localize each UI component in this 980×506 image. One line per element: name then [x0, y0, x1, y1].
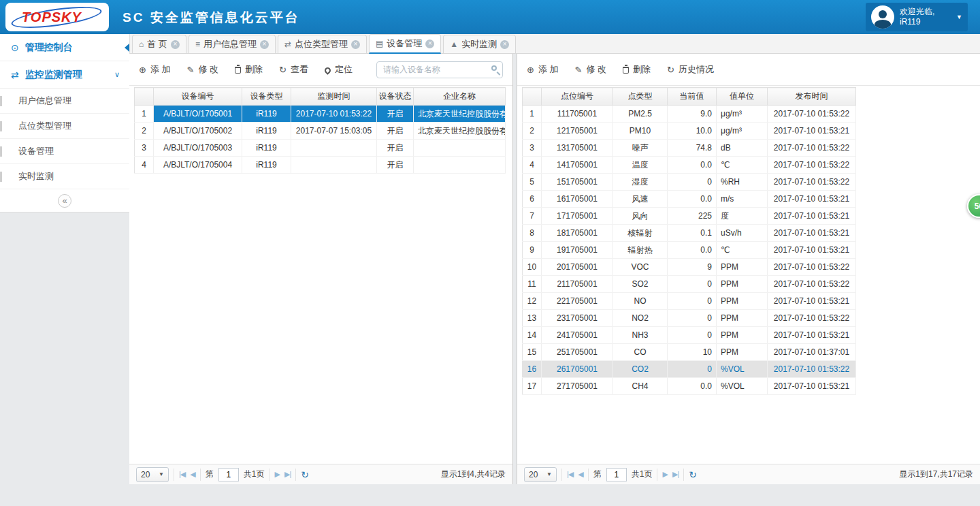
- table-row[interactable]: 16261705001CO20%VOL2017-07-10 01:53:22: [523, 361, 856, 378]
- divider: [200, 469, 201, 481]
- page-size-select[interactable]: 20 ▼: [136, 467, 169, 482]
- cell: 0: [668, 276, 717, 293]
- tabs-bar: ⌂ 首 页 × ≡ 用户信息管理 × ⇄ 点位类型管理 × ▤ 设备管理 × ▲…: [129, 34, 980, 54]
- logo-text: TOPSKY: [22, 10, 82, 25]
- welcome-line: 欢迎光临,: [900, 7, 934, 17]
- page-number-input[interactable]: [606, 468, 627, 481]
- column-header[interactable]: [135, 88, 154, 106]
- table-row[interactable]: 4141705001温度0.0℃2017-07-10 01:53:22: [523, 157, 856, 174]
- close-icon[interactable]: ×: [260, 40, 269, 49]
- column-header[interactable]: 当前值: [668, 88, 717, 106]
- column-header[interactable]: 设备类型: [242, 88, 291, 106]
- table-row[interactable]: 15251705001CO10PPM2017-07-10 01:37:01: [523, 344, 856, 361]
- close-icon[interactable]: ×: [500, 40, 509, 49]
- tab-realtime-monitor[interactable]: ▲ 实时监测 ×: [443, 35, 516, 53]
- page-size-value: 20: [529, 470, 538, 479]
- row-number: 7: [523, 208, 542, 225]
- tab-device-management[interactable]: ▤ 设备管理 ×: [369, 34, 441, 54]
- close-icon[interactable]: ×: [351, 40, 360, 49]
- button-label: 添 加: [538, 63, 559, 76]
- cell: 191705001: [542, 242, 613, 259]
- close-icon[interactable]: ×: [171, 40, 180, 49]
- column-header[interactable]: 点位编号: [542, 88, 613, 106]
- row-number: 6: [523, 191, 542, 208]
- locate-button[interactable]: 定位: [325, 63, 353, 76]
- table-row[interactable]: 11211705001SO20PPM2017-07-10 01:53:22: [523, 276, 856, 293]
- delete-button[interactable]: 删除: [235, 63, 263, 76]
- active-marker-icon: [125, 44, 129, 52]
- search-input[interactable]: [376, 61, 503, 78]
- first-page-button[interactable]: |◀: [179, 470, 185, 479]
- table-row[interactable]: 2A/BJLT/O/1705002iR1192017-07-07 15:03:0…: [135, 123, 506, 140]
- refresh-icon[interactable]: ↻: [689, 469, 697, 480]
- table-row[interactable]: 9191705001辐射热0.0℃2017-07-10 01:53:21: [523, 242, 856, 259]
- table-row[interactable]: 5151705001湿度0%RH2017-07-10 01:53:22: [523, 174, 856, 191]
- table-row[interactable]: 1111705001PM2.59.0μg/m³2017-07-10 01:53:…: [523, 106, 856, 123]
- divider: [588, 469, 589, 481]
- edit-button[interactable]: ✎ 修 改: [575, 63, 607, 76]
- table-row[interactable]: 13231705001NO20PPM2017-07-10 01:53:22: [523, 310, 856, 327]
- table-row[interactable]: 4A/BJLT/O/1705004iR119开启: [135, 157, 506, 174]
- delete-button[interactable]: 删除: [623, 63, 651, 76]
- history-button[interactable]: ↻ 历史情况: [667, 63, 714, 76]
- view-button[interactable]: ↻ 查看: [279, 63, 308, 76]
- row-number: 16: [523, 361, 542, 378]
- cell: 2017-07-10 01:53:22: [768, 310, 856, 327]
- sidebar-item-realtime[interactable]: 实时监测: [0, 164, 129, 189]
- edit-icon: ✎: [575, 65, 583, 75]
- prev-page-button[interactable]: ◀: [190, 470, 195, 479]
- column-header[interactable]: 发布时间: [768, 88, 856, 106]
- sidebar-item-monitoring[interactable]: ⇄ 监控监测管理 ∨: [0, 61, 129, 89]
- table-row[interactable]: 12221705001NO0PPM2017-07-10 01:53:21: [523, 293, 856, 310]
- cell: 151705001: [542, 174, 613, 191]
- sidebar-item-user-info[interactable]: 用户信息管理: [0, 89, 129, 114]
- cell: 241705001: [542, 327, 613, 344]
- next-page-button[interactable]: ▶: [274, 470, 279, 479]
- column-header[interactable]: 值单位: [717, 88, 768, 106]
- caret-down-icon: ▼: [546, 471, 552, 477]
- sidebar-item-dashboard[interactable]: ⊙ 管理控制台: [0, 34, 129, 61]
- cell: NO2: [613, 310, 668, 327]
- sidebar-item-device[interactable]: 设备管理: [0, 139, 129, 164]
- column-header[interactable]: 监测时间: [291, 88, 377, 106]
- table-row[interactable]: 10201705001VOC9PPM2017-07-10 01:53:22: [523, 259, 856, 276]
- user-menu[interactable]: 欢迎光临, iR119 ▼: [866, 3, 968, 31]
- table-row[interactable]: 2121705001PM1010.0μg/m³2017-07-10 01:53:…: [523, 123, 856, 140]
- column-header[interactable]: 企业名称: [414, 88, 506, 106]
- last-page-button[interactable]: ▶|: [284, 470, 291, 479]
- table-row[interactable]: 1A/BJLT/O/1705001iR1192017-07-10 01:53:2…: [135, 106, 506, 123]
- cell: iR119: [242, 140, 291, 157]
- tab-point-type-management[interactable]: ⇄ 点位类型管理 ×: [278, 35, 367, 53]
- table-row[interactable]: 8181705001核辐射0.1uSv/h2017-07-10 01:53:21: [523, 225, 856, 242]
- add-button[interactable]: ⊕ 添 加: [139, 63, 171, 76]
- tab-home[interactable]: ⌂ 首 页 ×: [132, 35, 186, 53]
- add-button[interactable]: ⊕ 添 加: [527, 63, 559, 76]
- caret-down-icon[interactable]: ▼: [956, 14, 962, 20]
- search-icon[interactable]: [491, 65, 497, 71]
- map-pin-icon: [323, 66, 332, 75]
- prev-page-button[interactable]: ◀: [578, 470, 583, 479]
- column-header[interactable]: 设备编号: [154, 88, 242, 106]
- page-size-select[interactable]: 20 ▼: [524, 467, 557, 482]
- table-row[interactable]: 3A/BJLT/O/1705003iR119开启: [135, 140, 506, 157]
- button-label: 添 加: [150, 63, 171, 76]
- next-page-button[interactable]: ▶: [662, 470, 667, 479]
- sidebar-item-point-type[interactable]: 点位类型管理: [0, 114, 129, 139]
- cell: %RH: [717, 174, 768, 191]
- tab-user-management[interactable]: ≡ 用户信息管理 ×: [189, 35, 276, 53]
- table-row[interactable]: 3131705001噪声74.8dB2017-07-10 01:53:22: [523, 140, 856, 157]
- table-row[interactable]: 17271705001CH40.0%VOL2017-07-10 01:53:21: [523, 378, 856, 395]
- sidebar-collapse-button[interactable]: «: [58, 194, 71, 208]
- table-row[interactable]: 7171705001风向225度2017-07-10 01:53:21: [523, 208, 856, 225]
- column-header[interactable]: [523, 88, 542, 106]
- last-page-button[interactable]: ▶|: [672, 470, 679, 479]
- column-header[interactable]: 设备状态: [377, 88, 414, 106]
- table-row[interactable]: 6161705001风速0.0m/s2017-07-10 01:53:21: [523, 191, 856, 208]
- column-header[interactable]: 点类型: [613, 88, 668, 106]
- close-icon[interactable]: ×: [425, 39, 434, 48]
- table-row[interactable]: 14241705001NH30PPM2017-07-10 01:53:21: [523, 327, 856, 344]
- page-number-input[interactable]: [218, 468, 239, 481]
- edit-button[interactable]: ✎ 修 改: [187, 63, 219, 76]
- first-page-button[interactable]: |◀: [567, 470, 573, 479]
- refresh-icon[interactable]: ↻: [301, 469, 309, 480]
